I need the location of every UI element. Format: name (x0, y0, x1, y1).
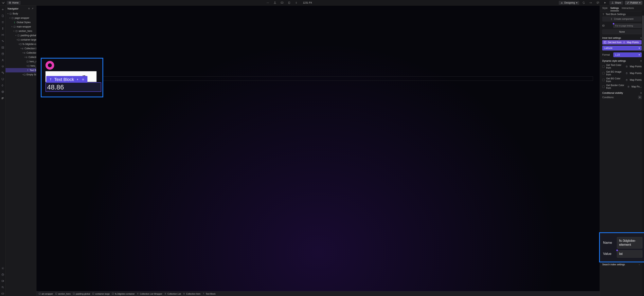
create-component-button[interactable]: Create component (602, 16, 642, 22)
scrollbar-thumb[interactable] (642, 16, 644, 51)
tree-row[interactable]: Global Styles (6, 20, 36, 24)
chevron-right-icon[interactable]: › (639, 263, 640, 266)
svg-rect-14 (2, 293, 4, 294)
ecommerce-icon[interactable] (0, 64, 5, 69)
gear-icon[interactable] (81, 78, 85, 82)
id-input[interactable]: For in-page linking (613, 24, 642, 28)
desktop-icon[interactable] (279, 0, 285, 6)
tree-row[interactable]: ▾Empty Stat (6, 72, 36, 77)
get-text-checkbox[interactable] (604, 41, 606, 44)
breadcrumb[interactable]: ain-wrappersection_heropadding-globalcon… (36, 291, 600, 296)
close-icon[interactable]: ✕ (27, 7, 31, 10)
keyboard-icon[interactable] (0, 291, 5, 296)
crumb[interactable]: Text Block (202, 293, 216, 295)
settings-gear-icon[interactable] (0, 266, 5, 271)
dynamic-style-row[interactable]: Get BG Color fromMap Points (600, 76, 644, 83)
users-icon[interactable] (0, 58, 5, 62)
preview-icon[interactable] (602, 0, 608, 6)
navigator-tree[interactable]: ▾Body▾page-wrapperGlobal Styles▾main-wra… (6, 12, 36, 77)
pages-icon[interactable] (0, 14, 5, 18)
webflow-logo-icon[interactable] (2, 1, 5, 4)
export-icon[interactable] (272, 0, 278, 6)
tab-style[interactable]: Style (602, 7, 608, 11)
canvas[interactable]: p Text Block 48.86 ain-wrappersection_he… (36, 6, 600, 296)
tree-row[interactable]: ▾page-wrapper (6, 16, 36, 20)
crumb[interactable]: container-large (92, 293, 110, 295)
chevron-down-icon[interactable]: ▾ (640, 36, 642, 39)
style-icon[interactable] (0, 39, 5, 44)
svg-point-7 (2, 59, 3, 60)
crumb[interactable]: Collection List Wrapper (137, 293, 162, 295)
cube-icon[interactable] (0, 90, 5, 94)
ds-checkbox[interactable] (602, 72, 605, 74)
mode-toggle[interactable]: Designing ▾ (559, 1, 579, 5)
crumb[interactable]: section_hero (55, 293, 70, 295)
comment-icon[interactable] (595, 0, 601, 6)
apps-icon[interactable] (0, 77, 5, 82)
assets-icon[interactable] (0, 45, 5, 50)
format-select[interactable]: 1.23 ▾ (613, 52, 642, 57)
cms-icon[interactable] (0, 52, 5, 56)
add-element-icon[interactable] (0, 7, 5, 12)
finsweet-icon[interactable]: {F (0, 96, 5, 100)
search-icon[interactable] (0, 285, 5, 290)
pin-icon[interactable] (31, 7, 34, 10)
ds-checkbox[interactable] (602, 65, 605, 68)
tree-row[interactable]: ▾padding-global (6, 33, 36, 38)
crumb[interactable]: Collection Item (183, 293, 200, 295)
dynamic-style-row[interactable]: Get Border Color fromMap Po... (600, 83, 644, 90)
ds-checkbox[interactable] (602, 86, 605, 88)
tree-row[interactable]: ▾main-wrapper (6, 24, 36, 29)
canvas-size[interactable]: 1231 PX (303, 2, 312, 4)
tree-row[interactable]: ▾Collection Lis (6, 46, 36, 51)
custom-attribute-highlight: Name fs-3dglobe-element Value lat (599, 232, 644, 262)
tree-row[interactable]: ▾Body (6, 12, 36, 16)
dynamic-style-row[interactable]: Get Text Color fromMap Points (600, 63, 644, 70)
add-condition-button[interactable]: + (638, 96, 642, 99)
ds-checkbox[interactable] (602, 79, 605, 81)
crumb[interactable]: padding-global (72, 293, 90, 295)
tree-row[interactable]: ▾fs-3dglobe-con (6, 42, 36, 46)
tab-settings[interactable]: Settings (610, 7, 619, 11)
crumb[interactable]: ain-wrapper (38, 293, 53, 295)
bound-field-select[interactable]: Latitude ▾ (602, 46, 642, 50)
text-block-value[interactable]: 48.86 (46, 82, 101, 92)
tree-row[interactable]: ▾Collection (6, 51, 36, 55)
tree-row[interactable]: ▾container-large (6, 38, 36, 42)
chevron-down-icon[interactable]: ▾ (640, 60, 642, 62)
dynamic-style-row[interactable]: Get BG Image fromMap Points (600, 70, 644, 76)
link-up-icon[interactable] (76, 78, 80, 82)
video-icon[interactable] (0, 278, 5, 283)
publish-button[interactable]: Publish ▾ (625, 1, 642, 5)
share-button[interactable]: Share (610, 1, 623, 5)
get-text-from-row[interactable]: Get text from Map Points (602, 40, 642, 44)
tree-row[interactable]: ▾Collectio (6, 55, 36, 59)
selected-collection-item[interactable]: p Text Block 48.86 (41, 58, 103, 97)
chevron-down-icon[interactable]: ▾ (640, 92, 642, 94)
crumb[interactable]: fs-3dglobe-container (112, 293, 135, 295)
visibility-none[interactable]: None (602, 30, 642, 34)
text-block-badge[interactable]: Text Block (46, 76, 88, 83)
audit-icon[interactable] (0, 83, 5, 88)
crumb[interactable]: Collection List (164, 293, 181, 295)
home-button[interactable]: Home (7, 1, 20, 5)
tree-row[interactable]: Text B (6, 68, 36, 72)
code-icon[interactable] (588, 0, 594, 6)
attr-value-input[interactable]: lat (617, 250, 642, 258)
attr-name-input[interactable]: fs-3dglobe-element (617, 237, 642, 248)
navigator-icon[interactable] (0, 20, 5, 24)
more-icon[interactable]: ⋯ (265, 0, 270, 6)
tablet-icon[interactable] (286, 0, 292, 6)
svg-rect-18 (16, 30, 17, 32)
logic-icon[interactable] (0, 70, 5, 75)
inspector-panel: Style Settings Interactions Text Block S… (600, 6, 644, 296)
tree-row[interactable]: hero_r (6, 59, 36, 64)
help-icon[interactable] (0, 272, 5, 277)
tree-row[interactable]: ▾hero_r (6, 64, 36, 68)
sync-icon[interactable] (581, 0, 586, 6)
tab-interactions[interactable]: Interactions (622, 7, 634, 11)
mobile-icon[interactable] (294, 0, 299, 6)
variables-icon[interactable] (0, 32, 5, 37)
tree-row[interactable]: ▾section_hero (6, 29, 36, 33)
components-icon[interactable] (0, 26, 5, 31)
